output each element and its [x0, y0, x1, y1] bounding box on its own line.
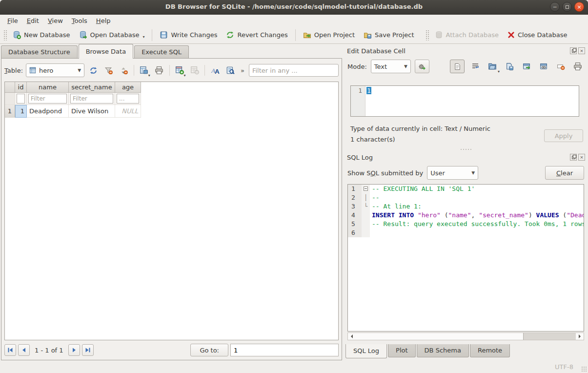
- menu-edit[interactable]: Edit: [22, 16, 43, 26]
- goto-button[interactable]: Go to:: [190, 344, 228, 356]
- toolbar-overflow-button[interactable]: »: [241, 67, 244, 74]
- scroll-left-icon[interactable]: [348, 333, 356, 340]
- import-cell-button[interactable]: ▾: [486, 60, 499, 73]
- edit-cell-dock-header: Edit Database Cell ×: [344, 46, 588, 56]
- column-header-age[interactable]: age: [115, 82, 141, 93]
- close-icon[interactable]: ×: [574, 2, 584, 12]
- font-settings-button[interactable]: A A: [209, 64, 221, 77]
- toolbar-separator: [295, 29, 296, 41]
- right-panel: Edit Database Cell × Mode: Text ▼: [344, 44, 588, 361]
- copy-link-button[interactable]: [537, 60, 550, 73]
- fold-marker-icon[interactable]: [362, 185, 370, 193]
- print-cell-button[interactable]: [571, 60, 584, 73]
- cell-editor[interactable]: 1 1: [350, 85, 579, 117]
- set-null-button[interactable]: [554, 60, 567, 73]
- filter-any-input[interactable]: [249, 64, 339, 77]
- printer-icon: [155, 66, 163, 75]
- encoding-indicator[interactable]: UTF-8: [555, 363, 573, 371]
- main-tabbar: Database Structure Browse Data Execute S…: [1, 45, 190, 59]
- export-table-button[interactable]: ▾: [138, 64, 150, 77]
- open-in-external-button[interactable]: [520, 60, 533, 73]
- cell-id[interactable]: 1: [15, 105, 27, 118]
- tab-db-schema[interactable]: DB Schema: [417, 344, 469, 357]
- write-changes-button[interactable]: Write Changes: [155, 28, 222, 41]
- tab-database-structure[interactable]: Database Structure: [1, 45, 78, 59]
- open-project-icon: [303, 31, 311, 39]
- export-cell-button[interactable]: [503, 60, 516, 73]
- tab-browse-data[interactable]: Browse Data: [79, 44, 134, 59]
- svg-text:A: A: [215, 68, 220, 75]
- float-dock-icon[interactable]: [570, 47, 577, 54]
- filter-input-age[interactable]: [117, 94, 139, 104]
- open-database-dropdown-icon[interactable]: ▾: [142, 35, 144, 39]
- sql-log-controls: Show SQL submitted by User ▼ Clear: [347, 165, 584, 181]
- log-horizontal-scrollbar[interactable]: [347, 332, 584, 340]
- last-record-button[interactable]: [82, 344, 94, 356]
- cell-name[interactable]: Deadpond: [27, 105, 69, 118]
- filter-input-secret-name[interactable]: [70, 94, 113, 104]
- toolbar-separator: [169, 65, 170, 76]
- resize-grip[interactable]: [581, 366, 587, 372]
- tab-sql-log[interactable]: SQL Log: [345, 344, 387, 358]
- open-database-button[interactable]: Open Database ▾: [75, 28, 149, 41]
- print-table-button[interactable]: [153, 64, 165, 77]
- insert-record-dropdown-icon[interactable]: ▾: [183, 73, 185, 78]
- tab-remote[interactable]: Remote: [470, 344, 510, 357]
- column-header-name[interactable]: name: [27, 82, 69, 93]
- filter-input-name[interactable]: [28, 94, 67, 104]
- revert-changes-button[interactable]: Revert Changes: [222, 28, 292, 41]
- menu-help[interactable]: Help: [92, 16, 115, 26]
- new-database-button[interactable]: New Database: [8, 28, 75, 41]
- tab-plot[interactable]: Plot: [388, 344, 416, 357]
- float-dock-icon[interactable]: [570, 154, 577, 161]
- find-button[interactable]: [224, 64, 236, 77]
- close-database-button[interactable]: Close Database: [503, 29, 572, 41]
- row-number[interactable]: 1: [5, 105, 15, 118]
- sql-log-view[interactable]: 1 -- EXECUTING ALL IN 'SQL 1' 2 │ -- 3 └…: [347, 184, 584, 332]
- menu-file[interactable]: File: [3, 16, 22, 26]
- close-dock-icon[interactable]: ×: [578, 47, 585, 54]
- export-table-dropdown-icon[interactable]: ▾: [148, 73, 150, 78]
- open-project-button[interactable]: Open Project: [299, 28, 359, 41]
- close-dock-icon[interactable]: ×: [578, 154, 585, 161]
- menu-view[interactable]: View: [43, 16, 67, 26]
- goto-input[interactable]: [230, 344, 339, 356]
- clear-log-button[interactable]: Clear: [545, 166, 584, 180]
- scrollbar-thumb[interactable]: [523, 333, 576, 340]
- next-record-button[interactable]: [68, 344, 80, 356]
- refresh-button[interactable]: [87, 64, 100, 77]
- window-title: DB Browser for SQLite - /home/user/code/…: [0, 3, 588, 10]
- tab-execute-sql[interactable]: Execute SQL: [134, 45, 189, 59]
- scroll-right-icon[interactable]: [576, 333, 584, 340]
- grid-header-row: id name secret_name age: [5, 82, 338, 93]
- maximize-icon[interactable]: [562, 2, 572, 12]
- dock-splitter[interactable]: [344, 147, 588, 151]
- filter-input-id[interactable]: [17, 94, 25, 104]
- column-header-secret-name[interactable]: secret_name: [69, 82, 115, 93]
- cell-age[interactable]: NULL: [115, 105, 141, 118]
- column-header-id[interactable]: id: [15, 82, 27, 93]
- save-document-icon: [506, 62, 514, 71]
- clear-filters-button[interactable]: [102, 64, 115, 77]
- clear-sorting-button[interactable]: [118, 64, 130, 77]
- table-select[interactable]: hero ▼: [26, 63, 84, 77]
- find-icon: [226, 66, 235, 75]
- save-project-button[interactable]: Save Project: [359, 28, 419, 41]
- first-record-button[interactable]: [4, 344, 16, 356]
- cell-secret-name[interactable]: Dive Wilson: [69, 105, 115, 118]
- apply-button: Apply: [544, 129, 583, 142]
- word-wrap-button[interactable]: [469, 60, 482, 73]
- mode-select[interactable]: Text ▼: [371, 60, 411, 73]
- insert-record-button[interactable]: ▾: [174, 64, 186, 77]
- text-mode-button[interactable]: [450, 60, 465, 73]
- menu-tools[interactable]: Tools: [67, 16, 92, 26]
- import-dropdown-icon[interactable]: ▾: [498, 69, 500, 74]
- chevron-down-icon: ▼: [78, 68, 81, 73]
- submitted-by-select[interactable]: User ▼: [427, 166, 478, 180]
- previous-record-icon: [21, 347, 27, 353]
- previous-record-button[interactable]: [18, 344, 30, 356]
- grid-corner[interactable]: [5, 82, 15, 93]
- next-record-icon: [71, 347, 77, 353]
- auto-apply-button[interactable]: [415, 60, 429, 73]
- minimize-icon[interactable]: −: [550, 2, 560, 12]
